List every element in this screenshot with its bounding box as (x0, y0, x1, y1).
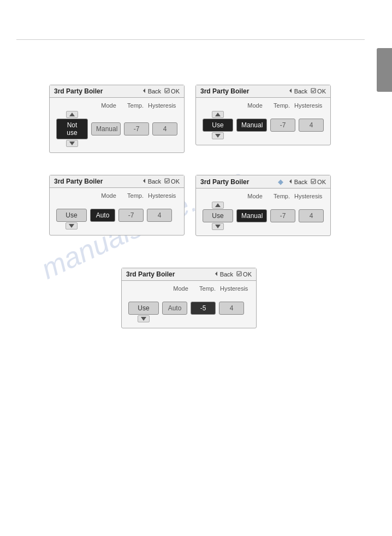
use-down-arrow[interactable] (212, 223, 224, 230)
svg-marker-10 (69, 203, 74, 207)
panel-nav: Back OK (213, 271, 252, 278)
ok-icon (236, 271, 242, 278)
col-temp: Temp. (272, 102, 291, 109)
diamond-icon: ◆ (278, 178, 283, 186)
ok-button[interactable]: OK (236, 271, 252, 278)
svg-marker-11 (69, 224, 74, 228)
use-spinner: Use (56, 201, 87, 229)
svg-marker-0 (143, 89, 145, 93)
back-button[interactable]: Back (141, 88, 161, 95)
panel-title: 3rd Party Boiler (54, 178, 103, 185)
ok-button[interactable]: OK (164, 178, 180, 185)
panel-3: 3rd Party Boiler Back OK Mode Temp. Hyst… (49, 175, 185, 235)
back-label: Back (294, 179, 307, 185)
use-down-arrow[interactable] (212, 132, 224, 139)
col-hyst: Hysteresis (294, 193, 313, 199)
controls-row: Use Manual -7 4 (203, 111, 324, 139)
hyst-button[interactable]: 4 (299, 209, 324, 222)
back-icon (288, 179, 293, 185)
ok-label: OK (317, 88, 326, 95)
use-button[interactable]: Use (203, 119, 233, 132)
use-up-arrow[interactable] (66, 111, 78, 118)
col-temp: Temp. (198, 285, 217, 292)
ok-icon (311, 88, 316, 95)
col-temp: Temp. (126, 102, 145, 109)
svg-rect-13 (311, 179, 316, 184)
mode-button[interactable]: Auto (162, 302, 187, 315)
temp-button[interactable]: -5 (191, 302, 216, 315)
col-temp: Temp. (272, 193, 291, 199)
back-icon (213, 271, 219, 278)
back-button[interactable]: Back (288, 179, 307, 185)
mode-button[interactable]: Manual (236, 209, 267, 222)
svg-marker-16 (215, 272, 217, 276)
svg-marker-15 (215, 225, 221, 228)
col-mode: Mode (94, 102, 123, 109)
col-hyst: Hysteresis (294, 102, 313, 109)
back-button[interactable]: Back (288, 88, 307, 95)
back-icon (288, 88, 293, 95)
ok-label: OK (171, 88, 180, 95)
panel-body: Mode Temp. Hysteresis Not use Manual -7 … (50, 98, 184, 152)
ok-icon (311, 179, 316, 185)
ok-label: OK (317, 179, 326, 185)
panel-header: 3rd Party Boiler Back OK (122, 268, 256, 281)
use-up-arrow[interactable] (212, 111, 224, 118)
col-headers: Mode Temp. Hysteresis (56, 102, 177, 109)
col-hyst: Hysteresis (148, 192, 167, 199)
col-mode: Mode (94, 192, 123, 199)
use-down-arrow[interactable] (66, 222, 78, 229)
controls-row: Use Auto -7 4 (56, 201, 177, 229)
svg-marker-6 (215, 113, 221, 116)
svg-marker-14 (215, 203, 221, 207)
svg-marker-4 (289, 89, 292, 93)
temp-button[interactable]: -7 (118, 209, 144, 222)
panel-4: 3rd Party Boiler ◆ Back OK Mode Temp. Hy… (195, 175, 331, 236)
use-spinner: Use (203, 111, 233, 139)
back-label: Back (220, 271, 233, 278)
hyst-button[interactable]: 4 (219, 302, 244, 315)
ok-button[interactable]: OK (311, 179, 326, 185)
col-temp: Temp. (126, 192, 145, 199)
temp-button[interactable]: -7 (270, 209, 295, 222)
back-button[interactable]: Back (141, 178, 161, 185)
use-button[interactable]: Use (56, 209, 87, 222)
col-headers: Mode Temp. Hysteresis (56, 192, 177, 199)
panel-header: 3rd Party Boiler Back OK (196, 85, 330, 98)
use-button[interactable]: Use (128, 302, 159, 315)
controls-row: Not use Manual -7 4 (56, 111, 177, 147)
back-button[interactable]: Back (213, 271, 233, 278)
panel-nav: Back OK (141, 178, 180, 185)
svg-marker-8 (143, 179, 145, 183)
use-button[interactable]: Use (203, 209, 233, 222)
col-headers: Mode Temp. Hysteresis (128, 285, 250, 292)
use-spinner: Use (203, 202, 233, 230)
use-down-arrow[interactable] (66, 140, 78, 147)
mode-button[interactable]: Auto (90, 209, 115, 222)
mode-button[interactable]: Manual (91, 122, 121, 136)
use-up-arrow[interactable] (212, 202, 224, 209)
use-down-arrow[interactable] (138, 315, 150, 322)
hyst-button[interactable]: 4 (147, 209, 172, 222)
col-hyst: Hysteresis (220, 285, 239, 292)
panel-title: 3rd Party Boiler (54, 87, 103, 95)
use-button[interactable]: Not use (56, 119, 88, 139)
back-icon (141, 178, 147, 185)
panel-body: Mode Temp. Hysteresis Use Auto -7 4 (50, 188, 184, 235)
back-label: Back (148, 88, 161, 95)
ok-button[interactable]: OK (164, 88, 180, 95)
svg-marker-7 (215, 134, 221, 138)
ok-icon (164, 88, 170, 95)
svg-marker-12 (289, 179, 292, 184)
ok-button[interactable]: OK (311, 88, 326, 95)
mode-button[interactable]: Manual (236, 119, 267, 132)
temp-button[interactable]: -7 (124, 122, 149, 136)
col-mode: Mode (167, 285, 195, 292)
hyst-button[interactable]: 4 (152, 122, 177, 136)
top-divider (16, 39, 365, 40)
hyst-button[interactable]: 4 (299, 119, 324, 132)
temp-button[interactable]: -7 (270, 119, 295, 132)
panel-header: 3rd Party Boiler Back OK (50, 175, 184, 188)
svg-rect-9 (165, 179, 169, 183)
ok-label: OK (243, 271, 252, 278)
